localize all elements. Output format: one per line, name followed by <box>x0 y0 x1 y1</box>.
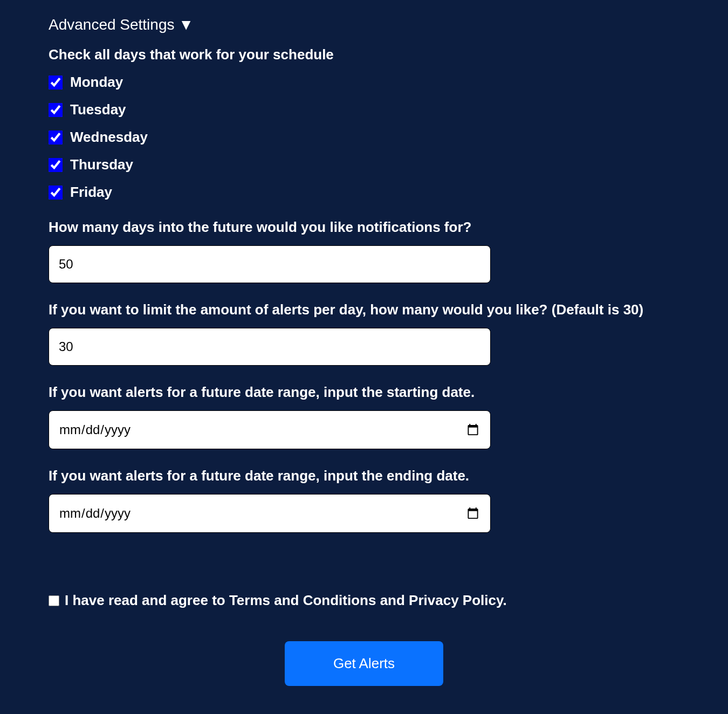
end-date-input[interactable] <box>49 494 491 533</box>
alerts-limit-input[interactable] <box>49 328 491 366</box>
day-row-tuesday: Tuesday <box>49 101 679 118</box>
day-row-thursday: Thursday <box>49 156 679 173</box>
terms-label[interactable]: I have read and agree to Terms and Condi… <box>65 592 507 609</box>
day-label-monday[interactable]: Monday <box>70 74 123 91</box>
day-row-friday: Friday <box>49 184 679 201</box>
day-label-friday[interactable]: Friday <box>70 184 112 201</box>
day-row-wednesday: Wednesday <box>49 129 679 146</box>
day-label-thursday[interactable]: Thursday <box>70 156 133 173</box>
start-date-group: If you want alerts for a future date ran… <box>49 384 679 449</box>
day-label-tuesday[interactable]: Tuesday <box>70 101 126 118</box>
get-alerts-button[interactable]: Get Alerts <box>285 641 443 686</box>
future-days-input[interactable] <box>49 245 491 283</box>
day-checkbox-friday[interactable] <box>49 186 63 200</box>
day-row-monday: Monday <box>49 74 679 91</box>
terms-row: I have read and agree to Terms and Condi… <box>49 592 679 609</box>
schedule-heading: Check all days that work for your schedu… <box>49 46 679 63</box>
advanced-settings-toggle[interactable]: Advanced Settings ▼ <box>49 16 679 33</box>
start-date-input[interactable] <box>49 410 491 449</box>
alerts-limit-group: If you want to limit the amount of alert… <box>49 301 679 366</box>
end-date-group: If you want alerts for a future date ran… <box>49 468 679 533</box>
end-date-label: If you want alerts for a future date ran… <box>49 468 679 484</box>
terms-checkbox[interactable] <box>49 595 59 606</box>
future-days-group: How many days into the future would you … <box>49 219 679 283</box>
start-date-label: If you want alerts for a future date ran… <box>49 384 679 401</box>
day-checkbox-wednesday[interactable] <box>49 131 63 145</box>
alerts-limit-label: If you want to limit the amount of alert… <box>49 301 679 318</box>
future-days-label: How many days into the future would you … <box>49 219 679 236</box>
submit-container: Get Alerts <box>49 641 679 686</box>
day-checkbox-tuesday[interactable] <box>49 103 63 117</box>
day-checkbox-monday[interactable] <box>49 75 63 90</box>
day-label-wednesday[interactable]: Wednesday <box>70 129 148 146</box>
day-checkbox-thursday[interactable] <box>49 158 63 172</box>
